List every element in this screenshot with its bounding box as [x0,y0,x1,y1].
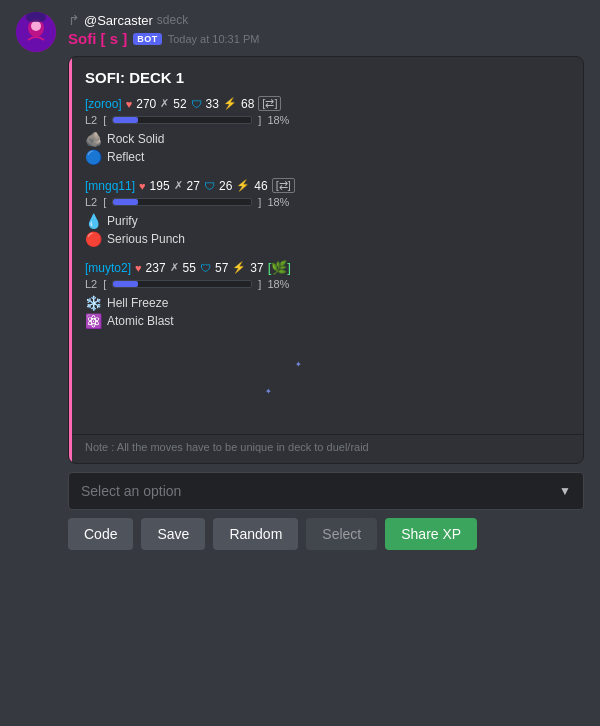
xp-close-0: ] [258,114,261,126]
select-container: Select an option ▼ [68,472,584,510]
share-xp-button[interactable]: Share XP [385,518,477,550]
level-label-0: L2 [85,114,97,126]
deck-title: SOFI: DECK 1 [85,69,569,86]
level-line-0: L2 [ ] 18% [85,114,569,126]
leaf-icon-2: [🌿] [268,260,291,275]
xp-pct-1: 18% [267,196,289,208]
lightning-val-0: 68 [241,97,254,111]
xp-bar-1 [112,198,252,206]
xp-open-0: [ [103,114,106,126]
sword-icon-1: ✗ [174,179,183,192]
message-header-info: ↱ @Sarcaster sdeck Sofi [ s ] BOT Today … [68,12,259,48]
bot-embed: SOFI: DECK 1 [zoroo] ♥ 270 ✗ 52 🛡 33 ⚡ 6… [68,56,584,464]
move-name-0-0: Rock Solid [107,132,164,146]
bot-badge: BOT [133,33,162,45]
random-button[interactable]: Random [213,518,298,550]
xp-close-2: ] [258,278,261,290]
username-line: Sofi [ s ] BOT Today at 10:31 PM [68,30,259,47]
move-icon-2-0: ❄️ [85,295,102,311]
card-name-0: [zoroo] [85,97,122,111]
bot-embed-content: SOFI: DECK 1 [zoroo] ♥ 270 ✗ 52 🛡 33 ⚡ 6… [69,57,583,434]
xp-fill-0 [113,117,138,123]
heart-icon-1: ♥ [139,180,146,192]
reply-line: ↱ @Sarcaster sdeck [68,12,259,28]
svg-point-2 [31,21,41,31]
svg-rect-3 [26,12,46,22]
move-icon-0-0: 🪨 [85,131,102,147]
move-name-2-0: Hell Freeze [107,296,168,310]
heart-icon-2: ♥ [135,262,142,274]
heart-val-2: 237 [146,261,166,275]
lightning-val-2: 37 [250,261,263,275]
xp-fill-2 [113,281,138,287]
xp-bar-0 [112,116,252,124]
shield-icon-1: 🛡 [204,180,215,192]
heart-val-0: 270 [136,97,156,111]
code-button[interactable]: Code [68,518,133,550]
message-timestamp: Today at 10:31 PM [168,33,260,45]
move-icon-1-1: 🔴 [85,231,102,247]
move-name-2-1: Atomic Blast [107,314,174,328]
shield-icon-0: 🛡 [191,98,202,110]
refresh-icon-0: [⇄] [258,96,281,111]
lightning-icon-0: ⚡ [223,97,237,110]
bot-display-name: Sofi [ s ] [68,30,127,47]
sword-icon-0: ✗ [160,97,169,110]
heart-val-1: 195 [150,179,170,193]
level-line-2: L2 [ ] 18% [85,278,569,290]
shield-val-0: 33 [206,97,219,111]
card-stats-0: [zoroo] ♥ 270 ✗ 52 🛡 33 ⚡ 68 [⇄] [85,96,569,111]
move-2-1: ⚛️ Atomic Blast [85,312,569,330]
lightning-icon-2: ⚡ [232,261,246,274]
reply-command: sdeck [157,13,188,27]
save-button[interactable]: Save [141,518,205,550]
move-2-0: ❄️ Hell Freeze [85,294,569,312]
level-label-1: L2 [85,196,97,208]
xp-close-1: ] [258,196,261,208]
move-1-0: 💧 Purify [85,212,569,230]
sparkle-1: ✦ [295,360,302,369]
move-icon-1-0: 💧 [85,213,102,229]
card-block-0: [zoroo] ♥ 270 ✗ 52 🛡 33 ⚡ 68 [⇄] L2 [ [85,96,569,166]
reply-author: @Sarcaster [84,13,153,28]
avatar [16,12,56,52]
card-stats-1: [mngq11] ♥ 195 ✗ 27 🛡 26 ⚡ 46 [⇄] [85,178,569,193]
chat-container: ↱ @Sarcaster sdeck Sofi [ s ] BOT Today … [0,0,600,726]
xp-bar-2 [112,280,252,288]
card-block-2: [muyto2] ♥ 237 ✗ 55 🛡 57 ⚡ 37 [🌿] L2 [ [85,260,569,330]
move-icon-0-1: 🔵 [85,149,102,165]
move-name-1-0: Purify [107,214,138,228]
card-stats-2: [muyto2] ♥ 237 ✗ 55 🛡 57 ⚡ 37 [🌿] [85,260,569,275]
chevron-down-icon: ▼ [559,484,571,498]
sparkle-2: ✦ [265,387,272,396]
shield-val-2: 57 [215,261,228,275]
move-0-0: 🪨 Rock Solid [85,130,569,148]
xp-fill-1 [113,199,138,205]
reply-arrow-icon: ↱ [68,12,80,28]
move-0-1: 🔵 Reflect [85,148,569,166]
note-text: Note : All the moves have to be unique i… [69,434,583,463]
level-label-2: L2 [85,278,97,290]
lightning-icon-1: ⚡ [236,179,250,192]
buttons-row: Code Save Random Select Share XP [0,518,600,566]
move-name-1-1: Serious Punch [107,232,185,246]
card-name-2: [muyto2] [85,261,131,275]
select-button: Select [306,518,377,550]
xp-open-1: [ [103,196,106,208]
select-dropdown[interactable]: Select an option ▼ [68,472,584,510]
animation-area: ✦ ✦ [85,342,569,422]
move-icon-2-1: ⚛️ [85,313,102,329]
shield-icon-2: 🛡 [200,262,211,274]
sword-icon-2: ✗ [170,261,179,274]
sword-val-2: 55 [183,261,196,275]
select-placeholder: Select an option [81,483,181,499]
refresh-icon-1: [⇄] [272,178,295,193]
shield-val-1: 26 [219,179,232,193]
level-line-1: L2 [ ] 18% [85,196,569,208]
lightning-val-1: 46 [254,179,267,193]
move-name-0-1: Reflect [107,150,144,164]
card-block-1: [mngq11] ♥ 195 ✗ 27 🛡 26 ⚡ 46 [⇄] L2 [ [85,178,569,248]
move-1-1: 🔴 Serious Punch [85,230,569,248]
sword-val-1: 27 [187,179,200,193]
heart-icon-0: ♥ [126,98,133,110]
